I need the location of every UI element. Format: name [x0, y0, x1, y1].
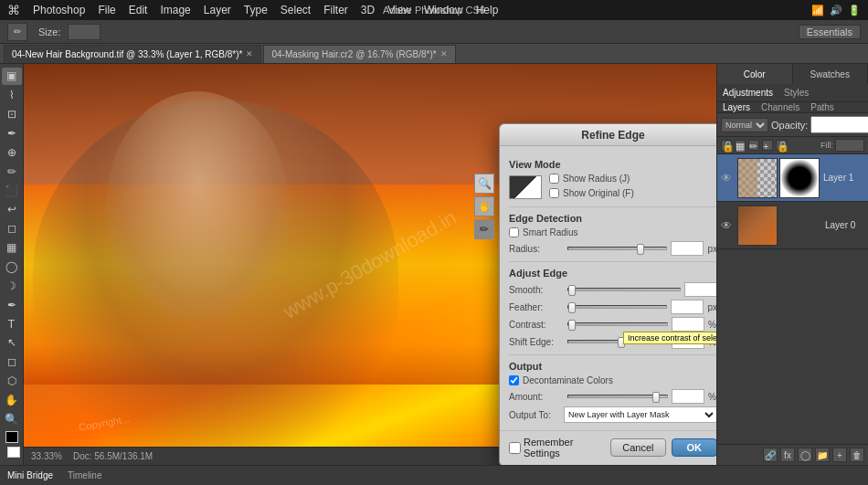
bottom-tab-timeline[interactable]: Timeline [64, 470, 105, 480]
output-to-select[interactable]: New Layer with Layer Mask Selection Laye… [564, 406, 716, 423]
output-to-label: Output To: [509, 410, 560, 420]
decontaminate-checkbox[interactable] [509, 375, 519, 385]
tool-pen[interactable]: ✒ [2, 296, 22, 313]
dialog-zoom-tool[interactable]: 🔍 [474, 174, 494, 194]
panel-tab-color[interactable]: Color [717, 64, 793, 84]
fill-input[interactable]: 100 [835, 139, 864, 152]
close-tab-0[interactable]: ✕ [246, 49, 253, 58]
layer-eye-0[interactable]: 👁 [721, 172, 734, 185]
essentials-button[interactable]: Essentials [799, 25, 861, 39]
smooth-input[interactable]: 0 [684, 282, 716, 297]
layer-item-0[interactable]: 👁 Layer 1 [717, 154, 868, 202]
feather-slider[interactable] [567, 305, 667, 309]
add-style-btn[interactable]: fx [780, 448, 795, 462]
feather-label: Feather: [509, 302, 564, 312]
show-original-row: Show Original (F) [549, 188, 634, 198]
menu-3d[interactable]: 3D [361, 4, 375, 16]
view-mode-thumbnail[interactable] [509, 175, 542, 199]
tool-path-select[interactable]: ↖ [2, 334, 22, 352]
dialog-inner: 🔍 ✋ ✏ View Mode Show Radius (J) [500, 146, 716, 430]
tool-lasso[interactable]: ⌇ [2, 87, 22, 104]
view-checkboxes: Show Radius (J) Show Original (F) [549, 174, 634, 201]
tab-0[interactable]: 04-New Hair Background.tif @ 33.3% (Laye… [4, 45, 261, 63]
tool-eyedropper[interactable]: ✒ [2, 125, 22, 142]
output-to-row: Output To: New Layer with Layer Mask Sel… [509, 406, 716, 423]
layer-eye-1[interactable]: 👁 [721, 219, 734, 232]
panel-tab-layers[interactable]: Layers [717, 102, 756, 112]
smart-radius-checkbox[interactable] [509, 227, 519, 237]
tool-hand[interactable]: ✋ [2, 392, 22, 409]
menu-type[interactable]: Type [244, 4, 268, 16]
size-input[interactable]: 45 [68, 24, 101, 40]
amount-input[interactable]: 97 [672, 389, 704, 404]
menu-select[interactable]: Select [281, 4, 311, 16]
feather-input[interactable]: 0.0 [671, 300, 704, 314]
tool-zoom[interactable]: 🔍 [2, 410, 22, 427]
radius-slider[interactable] [567, 247, 667, 250]
radius-input[interactable]: 85.7 [671, 241, 704, 256]
menu-layer[interactable]: Layer [204, 4, 231, 16]
link-layers-btn[interactable]: 🔗 [763, 448, 778, 462]
menu-filter[interactable]: Filter [323, 4, 348, 16]
brush-icon: ✏ [7, 23, 27, 41]
tab-1[interactable]: 04-Masking Hair.cr2 @ 16.7% (RGB/8*)* ✕ [263, 45, 455, 63]
amount-label: Amount: [509, 392, 564, 402]
smooth-slider[interactable] [567, 288, 681, 291]
foreground-color[interactable] [5, 431, 18, 442]
dialog-refine-tool[interactable]: ✏ [474, 219, 494, 239]
dialog-hand-tool[interactable]: ✋ [474, 196, 494, 216]
tool-selection[interactable]: ▣ [2, 68, 22, 85]
new-layer-btn[interactable]: + [832, 448, 847, 462]
tool-history[interactable]: ↩ [2, 201, 22, 218]
layer-item-1[interactable]: 👁 Layer 0 [717, 202, 868, 249]
menu-edit[interactable]: Edit [129, 4, 148, 16]
tool-dodge[interactable]: ☽ [2, 277, 22, 294]
menu-image[interactable]: Image [160, 4, 190, 16]
tool-gradient[interactable]: ▦ [2, 239, 22, 257]
delete-layer-btn[interactable]: 🗑 [850, 448, 864, 462]
canvas-area[interactable]: www.p-30download.in Copyright... 33.33% … [24, 64, 716, 465]
tool-3d[interactable]: ⬡ [2, 373, 22, 390]
ok-button[interactable]: OK [672, 438, 717, 457]
panel-tab-channels[interactable]: Channels [756, 102, 805, 112]
bottom-tab-minibridge[interactable]: Mini Bridge [4, 470, 57, 480]
show-original-checkbox[interactable] [549, 188, 559, 198]
tool-healing[interactable]: ⊕ [2, 143, 22, 161]
view-mode-label: View Mode [509, 159, 716, 170]
tool-blur[interactable]: ◯ [2, 258, 22, 276]
shift-edge-slider[interactable]: Increase contrast of selection edge [567, 340, 668, 343]
show-radius-checkbox[interactable] [549, 174, 559, 184]
menu-photoshop[interactable]: Photoshop [33, 4, 85, 16]
divider-2 [509, 261, 716, 262]
radius-label: Radius: [509, 244, 564, 254]
menu-file[interactable]: File [98, 4, 115, 16]
opacity-input[interactable]: 100 [810, 116, 868, 133]
close-tab-1[interactable]: ✕ [440, 49, 448, 58]
tool-shape[interactable]: ◻ [2, 353, 22, 371]
divider-1 [509, 206, 716, 207]
tool-eraser[interactable]: ◻ [2, 220, 22, 237]
doc-info: Doc: 56.5M/136.1M [73, 451, 153, 461]
tool-stamp[interactable]: ⬛ [2, 182, 22, 199]
add-mask-btn[interactable]: ◯ [798, 448, 812, 462]
contrast-input[interactable]: 0 [672, 317, 704, 332]
contrast-slider[interactable] [567, 322, 668, 326]
background-color[interactable] [7, 447, 20, 458]
cancel-button[interactable]: Cancel [610, 438, 665, 457]
panel-tab-styles[interactable]: Styles [778, 84, 814, 101]
layer-name-0: Layer 1 [823, 173, 853, 183]
radius-unit: px [707, 244, 716, 254]
show-radius-label: Show Radius (J) [563, 174, 630, 184]
panel-tab-adjustments[interactable]: Adjustments [717, 84, 778, 101]
panel-tab-paths[interactable]: Paths [805, 102, 840, 112]
remember-label: Remember Settings [524, 437, 610, 459]
tool-brush[interactable]: ✏ [2, 163, 22, 180]
new-group-btn[interactable]: 📁 [815, 448, 830, 462]
tool-crop[interactable]: ⊡ [2, 106, 22, 123]
blend-mode-select[interactable]: Normal [721, 118, 768, 132]
tool-type[interactable]: T [2, 315, 22, 332]
panel-tab-swatches[interactable]: Swatches [793, 64, 869, 84]
amount-slider[interactable] [567, 395, 668, 398]
remember-checkbox[interactable] [509, 442, 521, 454]
dialog-tools: 🔍 ✋ ✏ [474, 174, 494, 239]
